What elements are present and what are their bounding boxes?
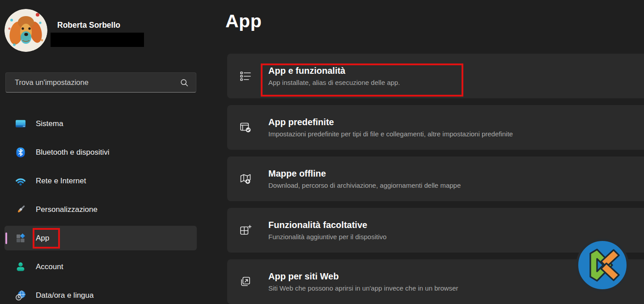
search-input[interactable] [6, 78, 180, 87]
avatar[interactable] [4, 9, 47, 52]
row-subtitle: Impostazioni predefinite per tipi di fil… [268, 130, 513, 138]
highlight-box-app-item [33, 228, 60, 249]
optional-features-icon [239, 224, 252, 237]
accent-selection-pill [5, 232, 7, 244]
page-title: App [225, 11, 262, 32]
settings-window: Roberta Sorbello [0, 0, 644, 304]
sidebar-item-account[interactable]: Account [0, 253, 210, 281]
sidebar-item-app[interactable]: App [0, 224, 210, 253]
bluetooth-icon [15, 147, 26, 158]
sidebar-item-personalizzazione[interactable]: Personalizzazione [0, 195, 210, 224]
redacted-email-bar [51, 33, 144, 47]
search-icon [180, 78, 189, 87]
user-name: Roberta Sorbello [57, 21, 120, 30]
apps-features-icon [239, 69, 252, 83]
avatar-dog-painting [4, 9, 47, 52]
sidebar-nav: Sistema Bluetooth e dispositivi [0, 110, 210, 304]
sidebar: Roberta Sorbello [0, 0, 210, 304]
sidebar-item-label: Sistema [36, 119, 63, 128]
network-wifi-icon [15, 175, 26, 187]
sidebar-item-rete[interactable]: Rete e Internet [0, 167, 210, 195]
sidebar-item-data-ora[interactable]: Data/ora e lingua [0, 281, 210, 304]
system-icon [15, 118, 26, 130]
personalization-brush-icon [15, 204, 26, 215]
row-title: Funzionalità facoltative [268, 220, 386, 231]
default-apps-icon [239, 121, 252, 134]
account-icon [15, 261, 26, 273]
sidebar-item-label: Data/ora e lingua [36, 291, 93, 300]
row-title: App predefinite [268, 117, 513, 128]
sidebar-item-label: Rete e Internet [36, 177, 86, 186]
sidebar-item-label: Account [36, 262, 63, 271]
sidebar-item-label: Personalizzazione [36, 205, 97, 214]
sidebar-item-sistema[interactable]: Sistema [0, 110, 210, 138]
row-mappe-offline[interactable]: Mappe offline Download, percorso di arch… [227, 156, 644, 201]
row-app-predefinite[interactable]: App predefinite Impostazioni predefinite… [227, 105, 644, 150]
watermark-logo-icon [575, 238, 630, 292]
sidebar-item-bluetooth[interactable]: Bluetooth e dispositivi [0, 138, 210, 167]
datetime-globe-clock-icon [15, 290, 26, 301]
row-app-e-funzionalita[interactable]: App e funzionalità App installate, alias… [227, 54, 644, 98]
search-box[interactable] [5, 72, 196, 93]
highlight-box-app-features [261, 63, 463, 97]
row-subtitle: Funzionalità aggiuntive per il dispositi… [268, 233, 386, 241]
watermark-logo [575, 238, 630, 292]
apps-websites-icon [239, 275, 252, 288]
apps-icon [15, 232, 26, 244]
row-title: App per siti Web [268, 271, 458, 282]
row-title: Mappe offline [268, 168, 461, 179]
row-subtitle: Siti Web che possono aprirsi in un'app i… [268, 284, 458, 292]
row-subtitle: Download, percorso di archiviazione, agg… [268, 182, 461, 190]
offline-maps-icon [239, 172, 252, 186]
sidebar-item-label: Bluetooth e dispositivi [36, 148, 109, 157]
